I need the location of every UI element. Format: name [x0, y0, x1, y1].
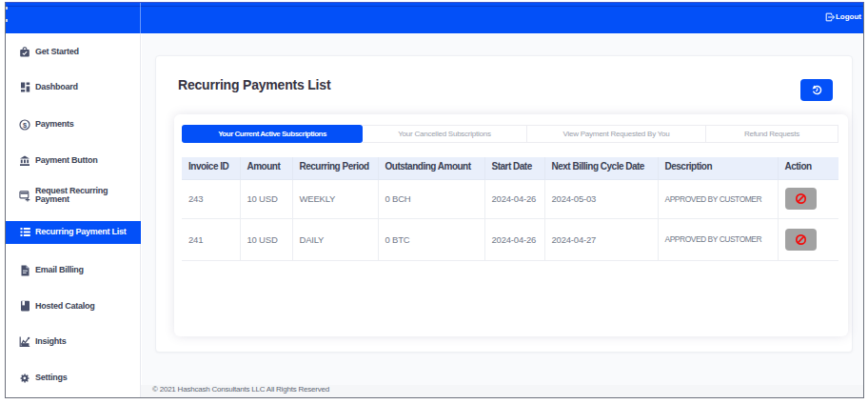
svg-text:$: $ — [23, 120, 28, 129]
